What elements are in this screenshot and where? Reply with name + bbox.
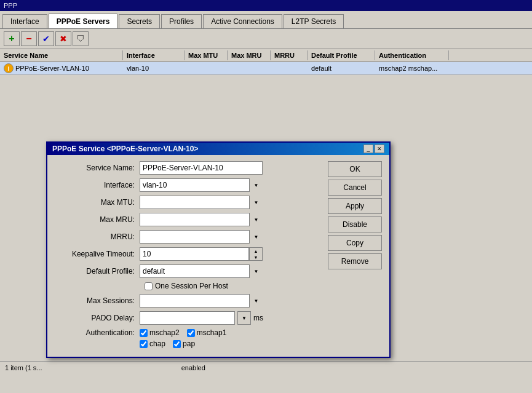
one-session-label: One Session Per Host <box>155 282 228 290</box>
interface-input[interactable] <box>140 178 263 192</box>
max-mtu-dropdown-arrow[interactable]: ▼ <box>249 196 263 209</box>
service-name-label: Service Name: <box>54 164 140 172</box>
tab-l2tp-secrets[interactable]: L2TP Secrets <box>284 14 344 28</box>
table-row[interactable]: i PPPoE-Server-VLAN-10 vlan-10 default m… <box>0 62 532 75</box>
auth-pap-checkbox[interactable] <box>173 340 181 348</box>
dialog-close-button[interactable]: ✕ <box>375 145 384 153</box>
tabs-bar: Interface PPPoE Servers Secrets Profiles… <box>0 11 532 29</box>
max-sessions-input[interactable] <box>140 294 263 308</box>
col-default-profile: Default Profile <box>308 50 375 60</box>
one-session-checkbox[interactable] <box>145 282 153 290</box>
max-mru-label: Max MRU: <box>54 215 140 224</box>
table-header: Service Name Interface Max MTU Max MRU M… <box>0 49 532 62</box>
row-authentication: mschap2 mschap... <box>375 64 449 73</box>
pado-wrapper: ▼ ms <box>140 311 263 325</box>
auth-mschap2-checkbox[interactable] <box>140 329 148 337</box>
dialog-form: Service Name: Interface: ▼ Max MTU: <box>54 161 322 351</box>
mrru-input[interactable] <box>140 230 263 244</box>
remove-button[interactable]: − <box>21 31 37 46</box>
tab-secrets[interactable]: Secrets <box>119 14 160 28</box>
row-max-mtu <box>185 68 228 69</box>
max-mru-input[interactable] <box>140 213 263 226</box>
pado-row: PADO Delay: ▼ ms <box>54 311 322 325</box>
auth-row-1: Authentication: mschap2 mschap1 <box>54 328 322 337</box>
keepalive-up-button[interactable]: ▲ <box>250 248 262 254</box>
title-text: PPP <box>4 2 17 9</box>
default-profile-dropdown-arrow[interactable]: ▼ <box>249 264 263 278</box>
pado-input[interactable] <box>140 311 235 325</box>
dialog-title-text: PPPoE Service <PPPoE-Server-VLAN-10> <box>52 145 198 153</box>
add-button[interactable]: + <box>4 31 20 46</box>
title-bar: PPP <box>0 0 532 11</box>
mrru-dropdown-arrow[interactable]: ▼ <box>249 230 263 244</box>
auth-chap-checkbox[interactable] <box>140 340 148 348</box>
remove-button-dialog[interactable]: Remove <box>328 253 382 269</box>
col-max-mru: Max MRU <box>228 50 271 60</box>
row-mrru <box>271 68 308 69</box>
dialog-minimize-button[interactable]: _ <box>363 145 373 153</box>
auth-chap-item: chap <box>140 339 165 348</box>
mrru-label: MRRU: <box>54 232 140 241</box>
max-mtu-select-wrapper: ▼ <box>140 196 263 209</box>
max-mtu-input[interactable] <box>140 196 263 209</box>
tab-interface[interactable]: Interface <box>2 14 47 28</box>
interface-row: Interface: ▼ <box>54 178 322 192</box>
bottom-bar: 1 item (1 s... enabled <box>0 361 532 374</box>
default-profile-row: Default Profile: ▼ <box>54 264 322 278</box>
max-sessions-select-wrapper: ▼ <box>140 294 263 308</box>
auth-checks-row1: mschap2 mschap1 <box>140 328 226 337</box>
interface-select-wrapper: ▼ <box>140 178 263 192</box>
check-button[interactable]: ✔ <box>38 31 54 46</box>
auth-label: Authentication: <box>54 328 140 337</box>
auth-mschap2-label: mschap2 <box>149 328 180 337</box>
auth-mschap1-checkbox[interactable] <box>187 329 195 337</box>
keepalive-down-button[interactable]: ▼ <box>250 254 262 260</box>
dialog-buttons: OK Cancel Apply Disable Copy Remove <box>328 161 383 351</box>
interface-label: Interface: <box>54 181 140 189</box>
row-interface: vlan-10 <box>123 64 185 73</box>
mrru-row: MRRU: ▼ <box>54 230 322 244</box>
copy-button[interactable]: Copy <box>328 235 382 251</box>
max-mtu-row: Max MTU: ▼ <box>54 196 322 209</box>
col-mrru: MRRU <box>271 50 308 60</box>
cancel-button-dialog[interactable]: Cancel <box>328 180 382 196</box>
max-sessions-row: Max Sessions: ▼ <box>54 294 322 308</box>
dialog-title-bar: PPPoE Service <PPPoE-Server-VLAN-10> _ ✕ <box>47 143 389 155</box>
filter-button[interactable]: ⛉ <box>73 31 89 46</box>
service-name-row: Service Name: <box>54 161 322 175</box>
tab-pppoe-servers[interactable]: PPPoE Servers <box>49 14 118 28</box>
interface-dropdown-arrow[interactable]: ▼ <box>249 178 263 192</box>
ms-label: ms <box>253 314 263 322</box>
status-text: 1 item (1 s... <box>5 364 42 371</box>
auth-checks-row2: chap pap <box>140 339 195 348</box>
main-area: Service Name Interface Max MTU Max MRU M… <box>0 49 532 374</box>
default-profile-input[interactable] <box>140 264 263 278</box>
auth-pap-label: pap <box>183 339 195 348</box>
default-profile-select-wrapper: ▼ <box>140 264 263 278</box>
tab-active-connections[interactable]: Active Connections <box>203 14 282 28</box>
col-interface: Interface <box>123 50 185 60</box>
keepalive-spinner-buttons: ▲ ▼ <box>249 247 263 261</box>
disable-button[interactable]: Disable <box>328 216 382 232</box>
auth-mschap2-item: mschap2 <box>140 328 180 337</box>
col-service-name: Service Name <box>0 50 123 60</box>
service-name-input[interactable] <box>140 161 263 175</box>
max-sessions-label: Max Sessions: <box>54 296 140 305</box>
col-authentication: Authentication <box>375 50 449 60</box>
auth-mschap1-item: mschap1 <box>187 328 227 337</box>
row-default-profile: default <box>308 64 375 73</box>
auth-chap-label: chap <box>149 339 165 348</box>
keepalive-input[interactable] <box>140 247 249 261</box>
one-session-row: One Session Per Host <box>145 282 322 290</box>
col-max-mtu: Max MTU <box>185 50 228 60</box>
cancel-button[interactable]: ✖ <box>55 31 71 46</box>
max-mru-dropdown-arrow[interactable]: ▼ <box>249 213 263 226</box>
max-sessions-dropdown-arrow[interactable]: ▼ <box>249 294 263 308</box>
auth-row-2: chap pap <box>54 339 322 348</box>
pado-dropdown-arrow[interactable]: ▼ <box>237 311 251 325</box>
tab-profiles[interactable]: Profiles <box>161 14 202 28</box>
row-status-icon: i <box>4 63 14 73</box>
pado-label: PADO Delay: <box>54 314 140 322</box>
apply-button[interactable]: Apply <box>328 198 382 214</box>
ok-button[interactable]: OK <box>328 161 382 177</box>
